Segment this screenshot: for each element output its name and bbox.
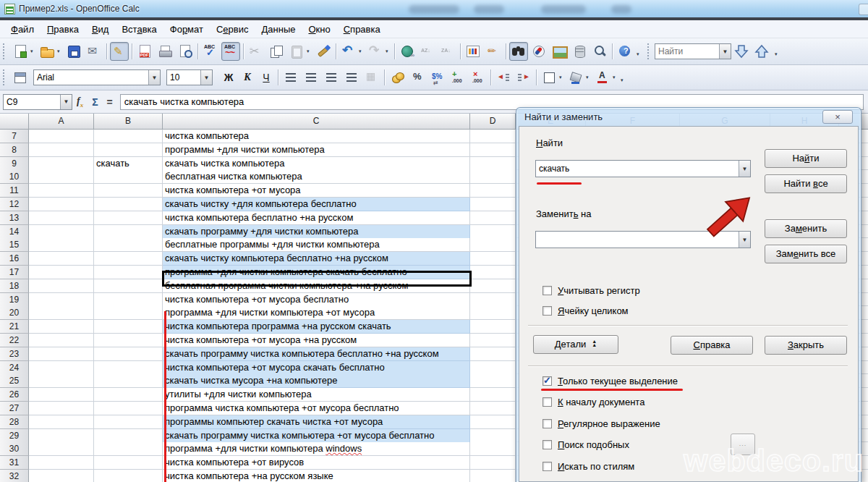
cell-B23[interactable] (94, 347, 163, 361)
row-header-19[interactable]: 19 (0, 293, 29, 307)
menu-insert[interactable]: Вставка (115, 22, 163, 37)
cell-D16[interactable] (470, 252, 516, 266)
cell-A12[interactable] (29, 198, 94, 211)
row-header-8[interactable]: 8 (0, 143, 29, 157)
styles-button[interactable] (11, 68, 30, 87)
spellcheck-button[interactable] (201, 42, 220, 61)
find-button[interactable]: Найти (765, 149, 847, 168)
chart-button[interactable] (464, 42, 482, 61)
cell-C15[interactable]: бесплатные программы +для чистки компьют… (163, 238, 470, 252)
font-color-dropdown-icon[interactable]: ▾ (613, 75, 619, 80)
cell-A16[interactable] (29, 252, 94, 266)
cell-B7[interactable] (94, 130, 163, 143)
help-button[interactable] (616, 42, 634, 61)
menu-format[interactable]: Формат (163, 22, 210, 37)
gallery-button[interactable] (550, 42, 569, 61)
replace-button[interactable]: Заменить (765, 219, 847, 238)
chevron-down-icon[interactable]: ▼ (200, 70, 212, 85)
borders-dropdown-icon[interactable]: ▾ (559, 75, 566, 80)
cell-A26[interactable] (29, 388, 94, 402)
cell-A10[interactable] (29, 170, 94, 184)
cell-B14[interactable] (94, 225, 163, 239)
search-for-input[interactable] (536, 161, 739, 177)
page-preview-button[interactable] (176, 42, 195, 61)
cell-C20[interactable]: программа +для чистки компьютера +от мус… (163, 306, 470, 320)
cell-D12[interactable] (470, 198, 516, 211)
sort-descending-button[interactable] (438, 42, 457, 61)
toolbar-overflow-icon[interactable]: ▾ (621, 77, 627, 83)
cell-A14[interactable] (29, 225, 94, 239)
toolbar-overflow-icon[interactable]: ▾ (637, 51, 643, 57)
cell-A22[interactable] (29, 334, 94, 347)
draw-functions-button[interactable] (484, 42, 503, 61)
row-header-28[interactable]: 28 (0, 415, 29, 429)
menu-edit[interactable]: Правка (41, 22, 85, 37)
cell-B20[interactable] (94, 306, 163, 320)
row-header-13[interactable]: 13 (0, 211, 29, 225)
row-header-22[interactable]: 22 (0, 334, 29, 347)
copy-button[interactable] (267, 42, 286, 61)
whole-cells-checkbox[interactable] (542, 306, 552, 316)
cell-C16[interactable]: скачать чистку компьютера бесплатно +на … (163, 252, 470, 266)
cell-C24[interactable]: чистка компьютера +от мусора скачать бес… (163, 361, 470, 375)
backwards-checkbox[interactable] (542, 397, 552, 407)
cell-D24[interactable] (470, 361, 516, 375)
row-header-9[interactable]: 9 (0, 157, 29, 171)
open-dropdown-icon[interactable]: ▾ (57, 48, 64, 54)
open-button[interactable] (38, 42, 56, 61)
row-header-17[interactable]: 17 (0, 266, 29, 279)
row-header-30[interactable]: 30 (0, 442, 29, 456)
autospellcheck-button[interactable] (221, 42, 240, 61)
cell-D31[interactable] (470, 456, 516, 470)
navigator-button[interactable] (529, 42, 548, 61)
regular-expressions-checkbox[interactable] (542, 419, 552, 428)
cell-D30[interactable] (470, 442, 516, 456)
font-name-input[interactable] (34, 70, 148, 85)
new-document-button[interactable] (11, 42, 30, 61)
cell-D27[interactable] (470, 402, 516, 415)
row-header-20[interactable]: 20 (0, 306, 29, 320)
row-header-27[interactable]: 27 (0, 402, 29, 415)
cell-B25[interactable] (94, 374, 163, 388)
cell-B8[interactable] (94, 143, 163, 157)
cell-C28[interactable]: программы компьютер скачать чистка +от м… (163, 415, 470, 429)
row-header-10[interactable]: 10 (0, 170, 29, 184)
toolbar-grip[interactable] (3, 43, 8, 59)
cell-B26[interactable] (94, 388, 163, 402)
cell-C10[interactable]: бесплатная чистка компьютера (163, 170, 470, 184)
cell-B28[interactable] (94, 415, 163, 429)
cell-D25[interactable] (470, 374, 516, 388)
similarity-search-checkbox[interactable] (542, 440, 552, 449)
cell-C25[interactable]: скачать чистка мусора +на компьютере (163, 374, 470, 388)
sum-icon[interactable]: Σ (92, 96, 98, 108)
cell-C27[interactable]: программа чистка компьютера +от мусора б… (163, 402, 470, 415)
row-header-23[interactable]: 23 (0, 347, 29, 361)
cell-B21[interactable] (94, 320, 163, 334)
cell-D22[interactable] (470, 334, 516, 347)
close-button[interactable]: Закрыть (765, 336, 847, 355)
undo-dropdown-icon[interactable]: ▾ (359, 48, 365, 54)
cell-D18[interactable] (470, 279, 516, 293)
bold-button[interactable]: Ж (220, 68, 237, 87)
cell-A25[interactable] (29, 374, 94, 388)
cell-D32[interactable] (470, 470, 516, 482)
underline-button[interactable]: Ч (258, 68, 275, 87)
percent-format-button[interactable] (408, 68, 427, 87)
cell-A32[interactable] (29, 470, 94, 482)
cell-B11[interactable] (94, 184, 163, 198)
cell-C29[interactable]: скачать программу чистка компьютера +от … (163, 429, 470, 443)
row-header-29[interactable]: 29 (0, 429, 29, 443)
cell-D10[interactable] (470, 170, 516, 184)
data-sources-button[interactable] (570, 42, 589, 61)
cell-B24[interactable] (94, 361, 163, 375)
cell-D17[interactable] (470, 266, 516, 279)
cell-D7[interactable] (470, 130, 516, 143)
cell-C12[interactable]: скачать чистку +для компьютера бесплатно (163, 198, 470, 211)
borders-button[interactable] (540, 68, 558, 87)
cell-B13[interactable] (94, 211, 163, 225)
cell-C7[interactable]: чистка компьютера (163, 130, 470, 143)
cell-B17[interactable] (94, 266, 163, 279)
cell-B22[interactable] (94, 334, 163, 347)
toolbar-grip[interactable] (3, 69, 8, 85)
add-decimal-button[interactable] (448, 68, 467, 87)
